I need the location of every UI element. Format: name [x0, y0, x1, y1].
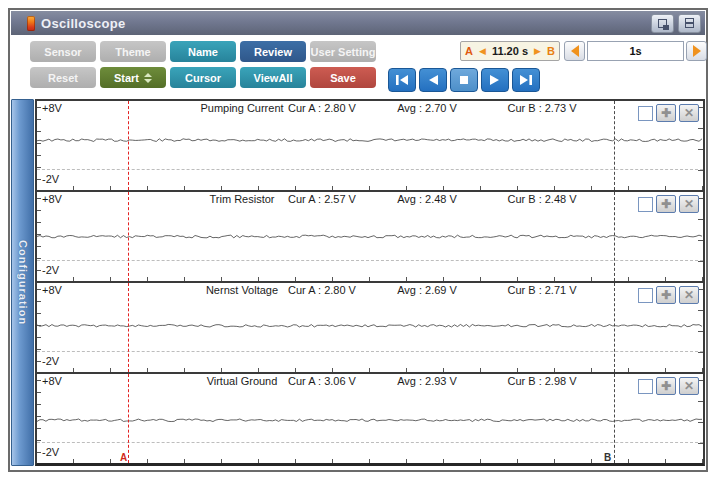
play-icon	[489, 74, 501, 86]
zero-gridline	[37, 351, 703, 352]
left-axis-ticks	[37, 380, 41, 457]
y-min-label: -2V	[42, 446, 59, 458]
cursor-a-marker[interactable]: A	[120, 452, 127, 463]
cursor-a-value: Cur A : 2.80 V	[262, 284, 382, 296]
cursor-b-value: Cur B : 2.73 V	[477, 102, 607, 114]
zoom-channel-button[interactable]: ✚	[656, 377, 676, 395]
skip-to-start-button[interactable]	[388, 68, 416, 92]
zero-gridline	[37, 169, 703, 170]
waveform-trace	[37, 101, 703, 190]
close-channel-button[interactable]: ✕	[679, 377, 699, 395]
waveform-trace	[37, 283, 703, 372]
cursor-a-value: Cur A : 3.06 V	[262, 375, 382, 387]
close-icon: ✕	[684, 107, 694, 119]
right-arrow-icon: ▶	[534, 46, 541, 56]
play-button[interactable]	[481, 68, 509, 92]
sensor-button[interactable]: Sensor	[30, 41, 96, 62]
timebase-decrease-button[interactable]	[564, 41, 585, 61]
restore-window-button[interactable]	[651, 14, 674, 33]
channel-select-checkbox[interactable]	[638, 197, 653, 212]
average-value: Avg : 2.69 V	[367, 284, 487, 296]
channel-panel-pumping-current: +8V Pumping Current Cur A : 2.80 V Avg :…	[37, 101, 703, 190]
viewall-button[interactable]: ViewAll	[240, 67, 306, 88]
zoom-channel-button[interactable]: ✚	[656, 195, 676, 213]
tile-windows-icon	[685, 18, 694, 28]
start-button[interactable]: Start	[100, 67, 166, 88]
y-min-label: -2V	[42, 264, 59, 276]
cursor-button[interactable]: Cursor	[170, 67, 236, 88]
review-button[interactable]: Review	[240, 41, 306, 62]
left-arrow-icon: ◀	[479, 46, 486, 56]
timebase-value[interactable]: 1s	[587, 41, 684, 61]
cursor-b-line[interactable]	[614, 283, 615, 372]
cursor-b-value: Cur B : 2.98 V	[477, 375, 607, 387]
restore-window-icon	[658, 19, 667, 28]
close-channel-button[interactable]: ✕	[679, 286, 699, 304]
titlebar: Oscilloscope	[11, 11, 705, 35]
cursor-b-value: Cur B : 2.48 V	[477, 193, 607, 205]
right-arrow-icon	[693, 45, 701, 57]
plus-icon: ✚	[661, 380, 671, 392]
close-channel-button[interactable]: ✕	[679, 195, 699, 213]
left-axis-ticks	[37, 107, 41, 184]
reset-button[interactable]: Reset	[30, 67, 96, 88]
ab-time-readout: A ◀ 11.20 s ▶ B	[460, 41, 560, 61]
y-min-label: -2V	[42, 173, 59, 185]
left-axis-ticks	[37, 198, 41, 275]
skip-to-start-icon	[395, 74, 409, 86]
y-max-label: +8V	[42, 375, 62, 387]
cursor-a-line[interactable]	[128, 101, 129, 190]
cursor-a-line[interactable]	[128, 283, 129, 372]
channel-select-checkbox[interactable]	[638, 379, 653, 394]
cursor-a-tag: A	[465, 45, 473, 57]
user-setting-button[interactable]: User Setting	[310, 41, 376, 62]
cursor-a-line[interactable]	[128, 192, 129, 281]
y-min-label: -2V	[42, 355, 59, 367]
average-value: Avg : 2.70 V	[367, 102, 487, 114]
y-max-label: +8V	[42, 193, 62, 205]
cursor-b-line[interactable]	[614, 101, 615, 190]
close-icon: ✕	[684, 289, 694, 301]
plus-icon: ✚	[661, 289, 671, 301]
save-button[interactable]: Save	[310, 67, 376, 88]
ab-time-value: 11.20 s	[492, 45, 528, 57]
configuration-tab[interactable]: Configuration	[11, 99, 34, 466]
y-max-label: +8V	[42, 284, 62, 296]
main-area: Configuration +8V Pumping Current Cur A …	[11, 99, 705, 468]
cursor-a-value: Cur A : 2.80 V	[262, 102, 382, 114]
configuration-tab-label: Configuration	[17, 240, 29, 325]
step-back-icon	[427, 74, 439, 86]
channel-panels: +8V Pumping Current Cur A : 2.80 V Avg :…	[35, 99, 705, 466]
left-axis-ticks	[37, 289, 41, 366]
cursor-b-line[interactable]	[614, 374, 615, 463]
cursor-a-value: Cur A : 2.57 V	[262, 193, 382, 205]
plus-icon: ✚	[661, 107, 671, 119]
theme-button[interactable]: Theme	[100, 41, 166, 62]
channel-select-checkbox[interactable]	[638, 106, 653, 121]
stop-button[interactable]	[450, 68, 478, 92]
cursor-a-line[interactable]	[128, 374, 129, 463]
tile-windows-button[interactable]	[678, 14, 701, 33]
start-spinner-icon	[144, 73, 152, 83]
skip-to-end-button[interactable]	[512, 68, 540, 92]
window-title: Oscilloscope	[41, 16, 126, 31]
close-icon: ✕	[684, 380, 694, 392]
start-button-label: Start	[114, 72, 139, 84]
channel-panel-trim-resistor: +8V Trim Resistor Cur A : 2.57 V Avg : 2…	[37, 190, 703, 281]
zoom-channel-button[interactable]: ✚	[656, 104, 676, 122]
stop-icon	[459, 75, 469, 85]
zoom-channel-button[interactable]: ✚	[656, 286, 676, 304]
channel-panel-virtual-ground: +8V Virtual Ground Cur A : 3.06 V Avg : …	[37, 372, 703, 463]
zero-gridline	[37, 260, 703, 261]
cursor-b-marker[interactable]: B	[604, 452, 611, 463]
channel-panel-nernst-voltage: +8V Nernst Voltage Cur A : 2.80 V Avg : …	[37, 281, 703, 372]
step-back-button[interactable]	[419, 68, 447, 92]
channel-select-checkbox[interactable]	[638, 288, 653, 303]
cursor-b-tag: B	[547, 45, 555, 57]
average-value: Avg : 2.93 V	[367, 375, 487, 387]
name-button[interactable]: Name	[170, 41, 236, 62]
cursor-b-line[interactable]	[614, 192, 615, 281]
close-channel-button[interactable]: ✕	[679, 104, 699, 122]
zero-gridline	[37, 442, 703, 443]
timebase-increase-button[interactable]	[686, 41, 707, 61]
